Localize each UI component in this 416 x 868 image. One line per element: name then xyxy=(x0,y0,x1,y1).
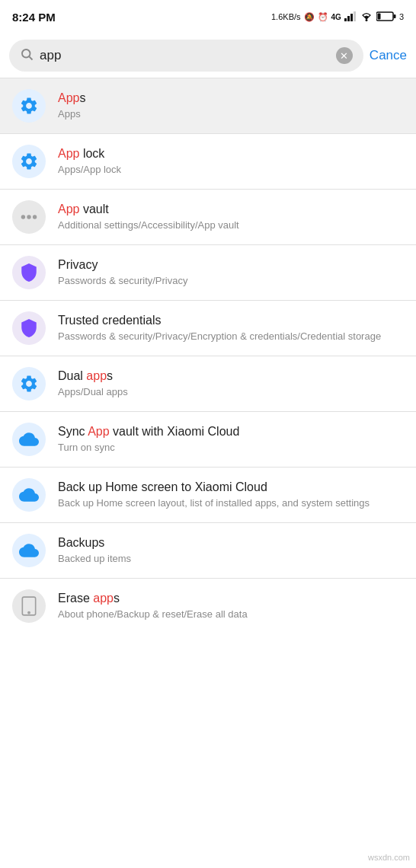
battery-level: 3 xyxy=(399,12,404,21)
cloud-icon xyxy=(12,478,46,512)
search-clear-button[interactable]: ✕ xyxy=(336,47,353,64)
results-list: AppsApps App lockApps/App lock App vault… xyxy=(0,78,416,633)
item-title: Privacy xyxy=(58,257,404,273)
title-text: vault with Xiaomi Cloud xyxy=(110,425,240,438)
svg-point-4 xyxy=(365,19,367,21)
svg-point-10 xyxy=(21,215,25,219)
cancel-button[interactable]: Cance xyxy=(370,48,407,63)
title-text: s xyxy=(114,592,120,605)
search-input[interactable] xyxy=(40,48,330,63)
item-subtitle: About phone/Backup & reset/Erase all dat… xyxy=(58,608,404,621)
svg-rect-2 xyxy=(350,14,353,21)
privacy-icon xyxy=(12,256,46,289)
item-title: Backups xyxy=(58,535,404,551)
list-item[interactable]: BackupsBacked up items xyxy=(0,523,416,578)
title-text: Dual xyxy=(58,369,86,382)
item-text: App vaultAdditional settings/Accessibili… xyxy=(58,202,404,233)
title-text: vault xyxy=(79,203,108,215)
list-item[interactable]: PrivacyPasswords & security/Privacy xyxy=(0,245,416,300)
cloud-icon xyxy=(12,534,46,567)
list-item[interactable]: Trusted credentialsPasswords & security/… xyxy=(0,301,416,356)
svg-rect-1 xyxy=(347,16,350,21)
item-subtitle: Additional settings/Accessibility/App va… xyxy=(58,219,404,232)
status-time: 8:24 PM xyxy=(12,11,56,24)
item-text: AppsApps xyxy=(58,91,404,122)
gear-icon xyxy=(12,145,46,178)
highlight-text: App xyxy=(58,147,79,160)
status-bar: 8:24 PM 1.6KB/s 🔕 ⏰ 4G xyxy=(0,0,416,34)
item-title: Dual apps xyxy=(58,369,404,385)
svg-point-12 xyxy=(33,215,37,219)
highlight-text: app xyxy=(86,369,107,382)
item-subtitle: Apps xyxy=(58,107,404,121)
list-item[interactable]: App vaultAdditional settings/Accessibili… xyxy=(0,190,416,244)
dots-icon xyxy=(12,200,46,234)
svg-rect-0 xyxy=(344,18,347,21)
item-subtitle: Back up Home screen layout, list of inst… xyxy=(58,496,404,510)
search-bar[interactable]: ✕ xyxy=(9,40,363,72)
item-subtitle: Apps/Dual apps xyxy=(58,385,404,399)
highlight-text: App xyxy=(88,425,109,438)
title-text: Trusted credentials xyxy=(58,314,161,327)
item-text: Erase appsAbout phone/Backup & reset/Era… xyxy=(58,591,404,622)
svg-line-9 xyxy=(29,56,32,59)
4g-icon: 4G xyxy=(331,13,341,21)
battery-icon xyxy=(376,11,396,23)
signal-icon xyxy=(344,11,357,23)
item-text: BackupsBacked up items xyxy=(58,535,404,566)
item-subtitle: Passwords & security/Privacy/Encryption … xyxy=(58,330,404,343)
tablet-icon xyxy=(12,589,46,623)
item-title: App lock xyxy=(58,146,404,162)
item-text: PrivacyPasswords & security/Privacy xyxy=(58,257,404,289)
svg-rect-7 xyxy=(377,13,380,19)
item-subtitle: Passwords & security/Privacy xyxy=(58,274,404,288)
item-subtitle: Apps/App lock xyxy=(58,163,404,177)
title-text: Privacy xyxy=(58,258,98,271)
svg-point-11 xyxy=(27,215,30,219)
gear-icon xyxy=(12,89,46,123)
item-title: Back up Home screen to Xiaomi Cloud xyxy=(58,480,404,496)
list-item[interactable]: App lockApps/App lock xyxy=(0,134,416,189)
list-item[interactable]: Erase appsAbout phone/Backup & reset/Era… xyxy=(0,579,416,633)
title-text: Back up Home screen to Xiaomi Cloud xyxy=(58,480,267,493)
privacy-icon xyxy=(12,311,46,345)
item-title: Apps xyxy=(58,91,404,107)
item-title: Trusted credentials xyxy=(58,313,404,329)
wifi-icon xyxy=(360,11,373,23)
item-title: Sync App vault with Xiaomi Cloud xyxy=(58,424,404,440)
item-text: App lockApps/App lock xyxy=(58,146,404,177)
item-text: Trusted credentialsPasswords & security/… xyxy=(58,313,404,344)
svg-point-8 xyxy=(22,49,30,58)
highlight-text: App xyxy=(58,91,79,104)
svg-rect-3 xyxy=(354,11,356,21)
title-text: Sync xyxy=(58,425,88,438)
highlight-text: App xyxy=(58,203,79,215)
title-text: s xyxy=(79,91,85,104)
list-item[interactable]: AppsApps xyxy=(0,78,416,133)
list-item[interactable]: Dual appsApps/Dual apps xyxy=(0,356,416,411)
cloud-icon xyxy=(12,423,46,456)
highlight-text: app xyxy=(93,592,114,605)
title-text: s xyxy=(107,369,113,382)
list-item[interactable]: Back up Home screen to Xiaomi CloudBack … xyxy=(0,468,416,522)
svg-point-14 xyxy=(28,612,30,614)
search-bar-container: ✕ Cance xyxy=(0,34,416,78)
item-text: Sync App vault with Xiaomi CloudTurn on … xyxy=(58,424,404,455)
item-title: Erase apps xyxy=(58,591,404,607)
gear-icon xyxy=(12,367,46,400)
item-title: App vault xyxy=(58,202,404,218)
watermark: wsxdn.com xyxy=(368,853,410,862)
item-text: Dual appsApps/Dual apps xyxy=(58,369,404,400)
list-item[interactable]: Sync App vault with Xiaomi CloudTurn on … xyxy=(0,412,416,467)
network-speed: 1.6KB/s xyxy=(271,12,301,21)
item-text: Back up Home screen to Xiaomi CloudBack … xyxy=(58,480,404,511)
item-subtitle: Backed up items xyxy=(58,552,404,566)
status-icons: 1.6KB/s 🔕 ⏰ 4G xyxy=(271,11,404,23)
mute-icon: 🔕 xyxy=(304,12,315,22)
search-icon xyxy=(20,47,34,64)
alarm-icon: ⏰ xyxy=(318,12,328,22)
title-text: Erase xyxy=(58,592,93,605)
title-text: lock xyxy=(79,147,104,160)
close-icon: ✕ xyxy=(340,50,348,62)
title-text: Backups xyxy=(58,536,104,549)
